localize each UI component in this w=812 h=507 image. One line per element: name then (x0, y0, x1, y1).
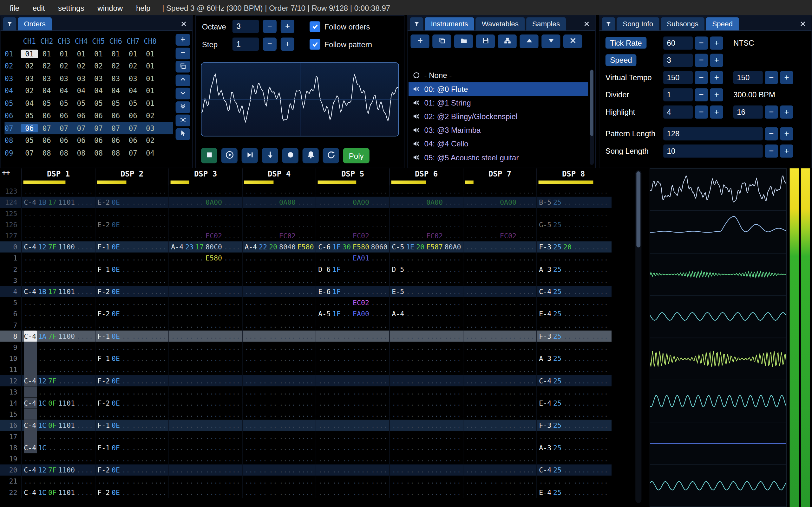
pattern-cell[interactable]: ............... (537, 475, 610, 487)
pattern-row[interactable]: 16C-41C0F1101....F-10E..................… (0, 420, 612, 431)
pattern-cell[interactable]: F-20E.......... (95, 375, 168, 386)
pattern-cell[interactable]: ............... (537, 320, 610, 331)
pattern-cell[interactable]: ............... (168, 208, 242, 219)
pattern-cell[interactable]: ............... (316, 186, 389, 197)
pattern-cell[interactable]: C-425.......... (537, 375, 610, 386)
pattern-cell[interactable]: ............... (242, 219, 316, 230)
order-cell[interactable]: 05 (21, 136, 38, 145)
octave-decrement-button[interactable]: − (263, 20, 276, 33)
pattern-row[interactable]: 127.....................................… (0, 230, 612, 241)
pattern-cell[interactable]: ............... (168, 475, 242, 487)
order-cell[interactable]: 01 (90, 49, 107, 58)
pattern-cell[interactable]: A-4231780C0.... (168, 241, 242, 252)
order-cell[interactable]: 01 (72, 49, 90, 58)
pattern-cell[interactable]: ............... (21, 308, 95, 320)
pattern-cell[interactable]: ............... (316, 353, 389, 364)
pattern-cell[interactable]: ............... (242, 375, 316, 386)
pattern-cell[interactable]: ............... (316, 375, 389, 386)
instrument-list-scrollbar[interactable] (590, 69, 594, 165)
pattern-cell[interactable]: ............... (242, 431, 316, 442)
poly-button[interactable]: Poly (343, 148, 369, 163)
pattern-cell[interactable]: C-51E20E58780A0 (389, 241, 463, 252)
instrument-item[interactable]: 01: @1 String (409, 96, 588, 109)
pattern-cell[interactable]: ............... (242, 275, 316, 286)
order-move-bottom-button[interactable] (175, 101, 190, 113)
order-cell[interactable]: 05 (107, 99, 124, 107)
pattern-cell[interactable]: ............... (463, 264, 537, 275)
pattern-cell[interactable]: ............... (95, 230, 168, 241)
pattern-cell[interactable]: F-10E.......... (95, 420, 168, 431)
follow-pattern-option[interactable]: Follow pattern (310, 39, 372, 49)
pattern-cell[interactable]: ............... (21, 230, 95, 241)
pattern-row[interactable]: 13......................................… (0, 386, 612, 397)
pattern-cell[interactable]: ............... (463, 487, 537, 498)
pattern-cell[interactable]: ............... (389, 431, 463, 442)
pattern-cell[interactable]: ............... (316, 420, 389, 431)
pattern-row[interactable]: 18C-41C..........F-10E..................… (0, 442, 612, 453)
tab-speed[interactable]: Speed (706, 17, 739, 31)
instrument-clone-button[interactable] (432, 35, 451, 48)
divider-increment-button[interactable]: + (710, 88, 723, 101)
pattern-cell[interactable]: ............... (463, 241, 537, 252)
pattern-cell[interactable]: ............... (389, 453, 463, 464)
order-cell[interactable]: 01 (38, 49, 55, 58)
pattern-cell[interactable]: F-10E.......... (95, 264, 168, 275)
pattern-cell[interactable]: ............... (168, 464, 242, 475)
pattern-cell[interactable]: .......0A00.... (168, 197, 242, 208)
virtual-tempo-numerator-input[interactable]: 150 (663, 71, 693, 84)
pattern-cell[interactable]: C-41C0F1101.... (21, 420, 95, 431)
pattern-cell[interactable]: ............... (316, 397, 389, 408)
pattern-cell[interactable]: ............... (242, 420, 316, 431)
menu-help[interactable]: help (130, 1, 157, 14)
order-cell[interactable]: 03 (107, 74, 124, 83)
pattern-cell[interactable]: ............... (95, 409, 168, 420)
order-cell[interactable]: 07 (107, 124, 124, 132)
instrument-item[interactable]: 03: @3 Marimba (409, 123, 588, 137)
pattern-length-increment-button[interactable]: + (780, 127, 793, 140)
orders-tab[interactable]: Orders (18, 17, 52, 31)
pattern-cell[interactable]: ............... (537, 431, 610, 442)
tab-wavetables[interactable]: Wavetables (475, 17, 525, 31)
pattern-cell[interactable]: ............... (389, 409, 463, 420)
instrument-down-button[interactable] (542, 35, 560, 48)
order-move-down-button[interactable] (175, 88, 190, 100)
pattern-cell[interactable]: .......0A00.... (389, 197, 463, 208)
pattern-cell[interactable]: ............... (389, 208, 463, 219)
highlight-first-decrement-button[interactable]: − (695, 105, 708, 118)
pattern-cell[interactable]: ............... (95, 386, 168, 397)
instrument-add-button[interactable] (410, 35, 429, 48)
pattern-cell[interactable]: ............... (242, 342, 316, 353)
pattern-cell[interactable]: E-425.......... (537, 308, 610, 320)
order-cell[interactable]: 01 (107, 49, 124, 58)
pattern-row[interactable]: 22C-41C0F1101....F-20E..................… (0, 487, 612, 498)
pattern-cell[interactable]: ............... (242, 409, 316, 420)
pattern-cell[interactable]: .......E580.... (168, 252, 242, 264)
pattern-cell[interactable]: ............... (168, 487, 242, 498)
pattern-row[interactable]: 11......................................… (0, 364, 612, 375)
scrollbar-thumb[interactable] (590, 70, 594, 136)
pattern-row[interactable]: 21......................................… (0, 475, 612, 487)
pattern-cell[interactable]: F-325.......... (537, 420, 610, 431)
repeat-button[interactable] (323, 148, 339, 163)
pattern-cell[interactable]: ............... (463, 464, 537, 475)
pattern-cell[interactable]: ............... (463, 308, 537, 320)
pattern-cell[interactable]: ............... (463, 186, 537, 197)
pattern-cell[interactable]: C-425.......... (537, 464, 610, 475)
speed-decrement-button[interactable]: − (695, 54, 708, 67)
instrument-item[interactable]: 00: @0 Flute (409, 82, 588, 96)
order-cell[interactable]: 02 (90, 62, 107, 70)
pattern-cell[interactable]: ............... (389, 397, 463, 408)
pattern-cell[interactable]: D-5............ (389, 264, 463, 275)
order-cell[interactable]: 06 (124, 112, 142, 120)
pattern-cell[interactable]: ............... (168, 431, 242, 442)
pattern-cell[interactable]: ............... (242, 453, 316, 464)
order-cell[interactable]: 04 (38, 87, 55, 95)
pattern-cell[interactable]: ............... (463, 475, 537, 487)
pattern-cell[interactable]: ............... (463, 364, 537, 375)
order-cell[interactable]: 06 (124, 136, 142, 145)
pattern-cell[interactable]: ............... (168, 286, 242, 297)
pattern-cell[interactable]: ............... (463, 453, 537, 464)
pattern-cell[interactable]: ............... (242, 264, 316, 275)
pattern-cell[interactable]: ............... (95, 364, 168, 375)
order-row[interactable]: 050405050505050501 (4, 97, 173, 109)
